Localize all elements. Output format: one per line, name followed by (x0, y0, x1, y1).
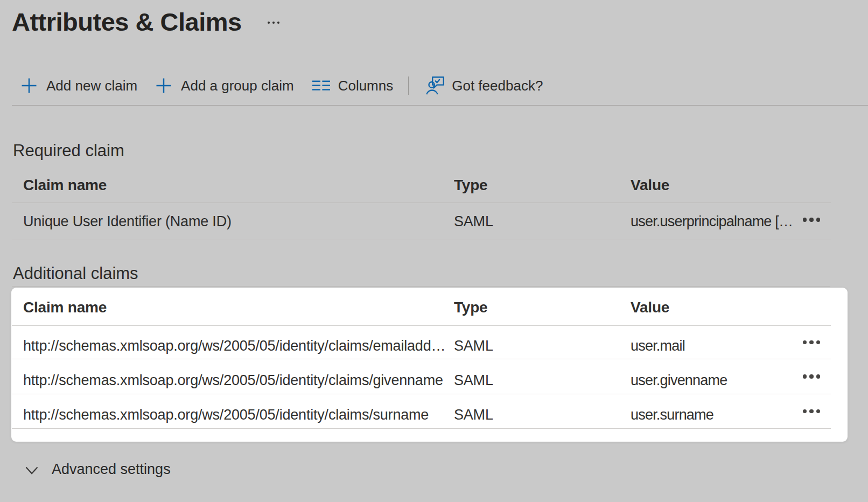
attributes-and-claims-page: Attributes & Claims Add new claim Add a … (0, 0, 868, 502)
columns-icon (312, 80, 330, 91)
person-feedback-icon (426, 76, 444, 95)
column-header-value: Value (631, 299, 802, 316)
columns-label: Columns (338, 78, 394, 94)
table-row[interactable]: http://schemas.xmlsoap.org/ws/2005/05/id… (12, 394, 831, 429)
table-header-row: Claim name Type Value (12, 166, 831, 203)
type-cell: SAML (454, 338, 631, 354)
got-feedback-label: Got feedback? (452, 78, 543, 94)
ellipsis-dot-icon (809, 409, 814, 414)
row-context-menu-button[interactable] (802, 374, 831, 379)
plus-icon (156, 78, 172, 94)
ellipsis-dot-icon (809, 340, 814, 345)
row-context-menu-button[interactable] (802, 409, 831, 414)
ellipsis-dot-icon (803, 218, 807, 222)
table-row[interactable]: http://schemas.xmlsoap.org/ws/2005/05/id… (12, 359, 831, 394)
type-cell: SAML (454, 213, 631, 229)
add-group-claim-button[interactable]: Add a group claim (156, 78, 294, 94)
additional-claims-highlight-panel: Claim name Type Value http://schemas.xml… (11, 288, 848, 442)
page-title: Attributes & Claims (12, 8, 242, 37)
ellipsis-dot-icon (816, 340, 821, 345)
add-new-claim-label: Add new claim (46, 78, 137, 94)
advanced-settings-toggle[interactable]: Advanced settings (25, 461, 171, 477)
ellipsis-dot-icon (809, 218, 814, 222)
row-context-menu-button[interactable] (802, 340, 831, 345)
advanced-settings-label: Advanced settings (52, 461, 171, 477)
value-cell: user.givenname (631, 372, 802, 388)
claim-name-cell: http://schemas.xmlsoap.org/ws/2005/05/id… (23, 338, 454, 354)
ellipsis-dot-icon (803, 409, 807, 414)
table-row[interactable]: http://schemas.xmlsoap.org/ws/2005/05/id… (12, 326, 831, 359)
command-bar: Add new claim Add a group claim (21, 75, 543, 96)
column-header-claim-name: Claim name (23, 299, 454, 316)
ellipsis-dot-icon (803, 374, 807, 379)
table-top-border (12, 286, 830, 287)
plus-icon (21, 78, 37, 94)
toolbar-divider (408, 76, 409, 95)
add-group-claim-label: Add a group claim (181, 78, 294, 94)
ellipsis-dot-icon (816, 409, 821, 414)
type-cell: SAML (454, 372, 631, 388)
value-cell: user.mail (631, 338, 802, 354)
claim-name-cell: http://schemas.xmlsoap.org/ws/2005/05/id… (23, 407, 454, 423)
column-header-value: Value (631, 177, 802, 193)
ellipsis-dot-icon (272, 22, 275, 24)
ellipsis-dot-icon (816, 374, 821, 379)
table-header-row: Claim name Type Value (12, 288, 831, 326)
claim-name-cell: Unique User Identifier (Name ID) (23, 213, 454, 229)
type-cell: SAML (454, 407, 631, 423)
value-cell: user.userprincipalname [… (631, 213, 802, 229)
claim-name-cell: http://schemas.xmlsoap.org/ws/2005/05/id… (23, 372, 454, 388)
toolbar-separator (12, 105, 868, 106)
add-new-claim-button[interactable]: Add new claim (21, 78, 137, 94)
required-claim-heading: Required claim (13, 142, 124, 161)
ellipsis-dot-icon (816, 218, 821, 222)
page-context-menu-button[interactable] (268, 22, 279, 24)
row-context-menu-button[interactable] (802, 218, 831, 222)
column-header-type: Type (454, 299, 631, 316)
additional-claims-heading: Additional claims (13, 264, 138, 283)
ellipsis-dot-icon (268, 22, 270, 24)
column-header-claim-name: Claim name (23, 177, 454, 193)
ellipsis-dot-icon (277, 22, 279, 24)
ellipsis-dot-icon (803, 340, 807, 345)
required-claim-table: Claim name Type Value Unique User Identi… (12, 166, 831, 240)
value-cell: user.surname (631, 407, 802, 423)
ellipsis-dot-icon (809, 374, 814, 379)
additional-claims-table: Claim name Type Value http://schemas.xml… (12, 288, 831, 429)
table-row[interactable]: Unique User Identifier (Name ID) SAML us… (12, 203, 831, 240)
column-header-type: Type (454, 177, 631, 193)
columns-button[interactable]: Columns (312, 78, 394, 94)
chevron-down-icon (25, 466, 38, 475)
got-feedback-button[interactable]: Got feedback? (426, 76, 543, 95)
